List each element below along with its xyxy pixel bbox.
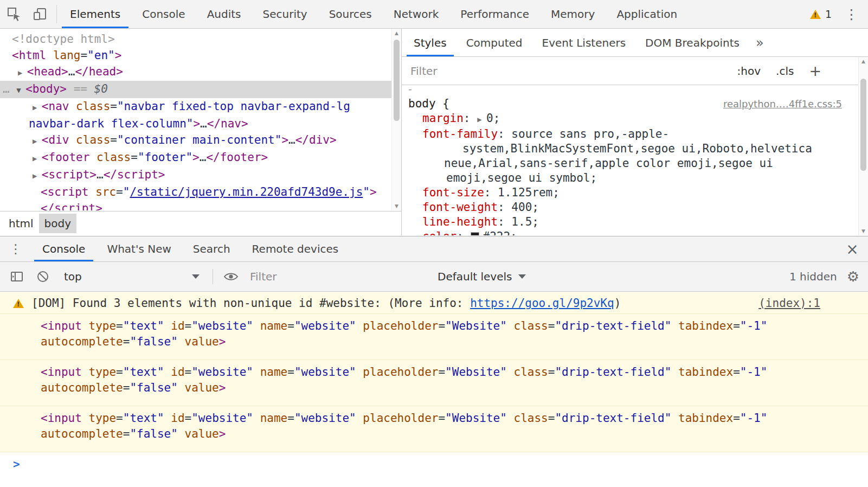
css-declaration-line[interactable]: font-size: 1.125rem; — [402, 185, 858, 200]
console-warning-group: [DOM] Found 3 elements with non-unique i… — [0, 292, 868, 452]
hidden-messages-count[interactable]: 1 hidden — [789, 270, 837, 283]
chevron-down-icon — [192, 274, 200, 279]
css-declaration-line[interactable]: neue,Arial,sans-serif,apple color emoji,… — [402, 156, 858, 171]
console-warning-message[interactable]: [DOM] Found 3 elements with non-unique i… — [0, 292, 868, 314]
warning-text-post: ) — [614, 297, 621, 310]
console-source-link[interactable]: (index):1 — [758, 296, 820, 311]
console-filter-input[interactable] — [249, 270, 430, 284]
styles-sidebar: Styles Computed Event Listeners DOM Brea… — [402, 29, 868, 235]
dom-tree-row[interactable]: ▶ <nav class="navbar fixed-top navbar-ex… — [0, 98, 391, 116]
drawer-tab-whats-new[interactable]: What's New — [96, 236, 182, 261]
styles-filter-input[interactable] — [409, 64, 723, 78]
new-style-rule-button[interactable]: + — [809, 62, 821, 79]
dom-tree-row[interactable]: <html lang="en"> — [0, 47, 391, 63]
css-declaration-line[interactable]: system,BlinkMacSystemFont,segoe ui,Robot… — [402, 142, 858, 156]
log-levels-selector[interactable]: Default levels — [438, 270, 526, 283]
close-drawer-icon[interactable]: × — [837, 236, 868, 261]
logged-element-1: <input type="text" id="website" name="we… — [0, 314, 868, 360]
console-logged-element-line[interactable]: autocomplete="false" value> — [41, 380, 857, 396]
tab-event-listeners[interactable]: Event Listeners — [532, 29, 636, 56]
css-declaration-line[interactable]: line-height: 1.5; — [402, 215, 858, 229]
dom-tree-row[interactable]: <!doctype html> — [0, 31, 391, 47]
styles-filter-field — [409, 64, 737, 78]
styles-scrollbar[interactable]: ▲ ▼ — [858, 57, 868, 235]
breadcrumb-html[interactable]: html — [3, 214, 39, 233]
tab-elements[interactable]: Elements — [59, 0, 131, 28]
tab-overflow-icon[interactable]: » — [749, 29, 770, 56]
breadcrumb-body[interactable]: body — [39, 214, 76, 233]
settings-gear-icon[interactable]: ⚙ — [847, 270, 859, 284]
drawer-tabs: ⋮ Console What's New Search Remote devic… — [0, 236, 868, 262]
kebab-menu-icon[interactable]: ⋮ — [845, 8, 858, 21]
scrollbar-thumb[interactable] — [394, 40, 400, 121]
device-toolbar-icon[interactable] — [31, 5, 49, 23]
elements-scrollbar[interactable]: ▲ ▼ — [391, 29, 401, 210]
scrolled-rule-fragment: - — [402, 86, 858, 93]
tab-network[interactable]: Network — [383, 0, 450, 28]
element-classes-toggle[interactable]: .cls — [776, 65, 794, 78]
drawer-tab-remote-devices[interactable]: Remote devices — [241, 236, 350, 261]
chevron-down-icon — [518, 274, 526, 279]
toolbar-right: 1 ⋮ — [810, 0, 868, 28]
tab-console[interactable]: Console — [131, 0, 196, 28]
css-rule-header: body { realpython.…4ff1e.css:5 — [402, 93, 858, 111]
css-declaration-line[interactable]: margin: ▶ 0; — [402, 111, 858, 127]
drawer-tab-console[interactable]: Console — [31, 236, 96, 261]
css-declaration-line[interactable]: font-family: source sans pro,-apple- — [402, 127, 858, 142]
warning-more-info-link[interactable]: https://goo.gl/9p2vKq — [470, 297, 614, 310]
css-declaration-line[interactable]: emoji,segoe ui symbol; — [402, 171, 858, 185]
dom-tree-row[interactable]: … ▼ <body> == $0 — [0, 81, 391, 98]
stylesheet-source-link[interactable]: realpython.…4ff1e.css:5 — [723, 98, 858, 110]
scroll-up-arrow[interactable]: ▲ — [392, 29, 401, 37]
console-filter-field — [249, 270, 428, 284]
warning-count: 1 — [825, 8, 832, 20]
dom-tree-row[interactable]: </script> — [0, 200, 391, 210]
clear-console-icon[interactable] — [35, 268, 51, 285]
warnings-badge[interactable]: 1 — [810, 8, 832, 20]
toolbar-icons — [0, 0, 54, 28]
inspect-element-icon[interactable] — [5, 5, 23, 23]
css-declaration-line[interactable]: font-weight: 400; — [402, 200, 858, 215]
tab-application[interactable]: Application — [606, 0, 688, 28]
scrollbar-thumb[interactable] — [860, 79, 866, 171]
console-logged-element-line[interactable]: autocomplete="false" value> — [41, 426, 857, 442]
javascript-context-selector[interactable]: top — [61, 270, 203, 283]
console-prompt[interactable]: > — [0, 452, 868, 476]
console-sidebar-icon[interactable] — [9, 268, 25, 285]
scroll-down-arrow[interactable]: ▼ — [859, 227, 868, 235]
console-logged-element-line[interactable]: <input type="text" id="website" name="we… — [41, 411, 857, 426]
drawer-menu-icon[interactable]: ⋮ — [0, 236, 31, 261]
tab-audits[interactable]: Audits — [196, 0, 252, 28]
css-declaration-line[interactable]: color: #222; — [402, 229, 858, 235]
dom-tree-row[interactable]: <script src="/static/jquery.min.220afd74… — [0, 184, 391, 200]
tab-styles[interactable]: Styles — [404, 29, 456, 56]
console-logged-element-line[interactable]: autocomplete="false" value> — [41, 334, 857, 350]
scroll-down-arrow[interactable]: ▼ — [392, 202, 401, 210]
warning-icon — [810, 10, 821, 19]
tab-dom-breakpoints[interactable]: DOM Breakpoints — [635, 29, 749, 56]
tab-computed[interactable]: Computed — [456, 29, 532, 56]
dom-tree-row[interactable]: ▶ <footer class="footer">…</footer> — [0, 149, 391, 166]
tab-sources[interactable]: Sources — [318, 0, 383, 28]
dom-tree-row[interactable]: navbar-dark flex-column">…</nav> — [0, 116, 391, 132]
scroll-up-arrow[interactable]: ▲ — [859, 57, 868, 66]
tab-performance[interactable]: Performance — [449, 0, 540, 28]
css-selector[interactable]: body { — [408, 97, 449, 111]
toolbar-divider — [213, 269, 213, 284]
warning-text: [DOM] Found 3 elements with non-unique i… — [31, 296, 621, 311]
panel-tabs: Elements Console Audits Security Sources… — [59, 0, 688, 28]
tab-security[interactable]: Security — [252, 0, 318, 28]
logged-element-3: <input type="text" id="website" name="we… — [0, 406, 868, 452]
console-logged-element-line[interactable]: <input type="text" id="website" name="we… — [41, 364, 857, 380]
pseudo-state-toggle[interactable]: :hov — [737, 65, 761, 78]
console-logged-element-line[interactable]: <input type="text" id="website" name="we… — [41, 318, 857, 334]
dom-tree-row[interactable]: ▶ <head>…</head> — [0, 63, 391, 81]
dom-tree-row[interactable]: ▶ <script>…</script> — [0, 166, 391, 184]
styles-filter-bar: :hov .cls + — [402, 57, 868, 85]
css-rule-body: margin: ▶ 0;font-family: source sans pro… — [402, 111, 858, 235]
dom-tree-row[interactable]: ▶ <div class="container main-content">…<… — [0, 132, 391, 149]
live-expression-eye-icon[interactable] — [223, 268, 239, 285]
drawer-tab-search[interactable]: Search — [182, 236, 241, 261]
tab-memory[interactable]: Memory — [540, 0, 606, 28]
console-toolbar: top Default levels 1 hidden ⚙ — [0, 262, 868, 292]
